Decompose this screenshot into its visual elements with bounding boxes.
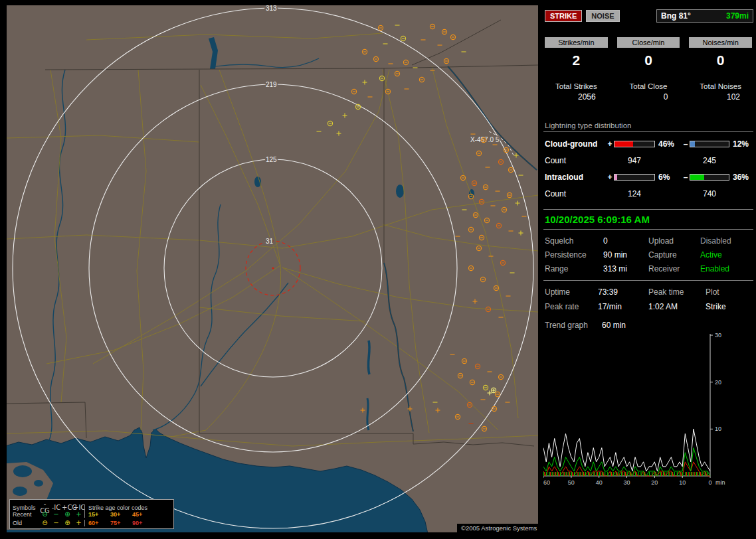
perf-row: Uptime 73:39 Peak time Plot xyxy=(543,287,753,297)
ic-negative-count: 740 xyxy=(690,189,729,198)
legend-recent-label: Recent xyxy=(13,511,39,518)
total-strikes-value: 2056 xyxy=(545,92,608,102)
legend-header-row: Symbols -CG -IC +CG +IC Strike age color… xyxy=(13,501,171,510)
water-layer xyxy=(7,37,474,532)
total-noises-value: 102 xyxy=(689,92,752,102)
trend-graph: 1020306050403020100min xyxy=(543,333,743,491)
svg-text:60: 60 xyxy=(543,479,550,486)
neg-ic-old-icon: − xyxy=(50,520,62,526)
total-close-value: 0 xyxy=(617,92,680,102)
bearing-value: Bng 81° xyxy=(661,11,691,21)
map-svg[interactable]: 31321912531X-457.0 5 xyxy=(7,5,538,532)
cg-positive-bar xyxy=(614,141,655,147)
map-display[interactable]: 31321912531X-457.0 5 Symbols -CG -IC +CG… xyxy=(7,5,538,532)
divider xyxy=(543,280,753,281)
svg-text:313: 313 xyxy=(266,5,277,12)
cg-negative-pct: 12% xyxy=(729,139,752,149)
age-75-label: 75+ xyxy=(110,520,126,526)
status-row: Persistence 90 min Capture Active xyxy=(545,250,752,260)
peak-rate-label: Peak rate xyxy=(545,302,598,311)
cloud-ground-label: Cloud-ground xyxy=(545,139,606,149)
bearing-display: Bng 81° 379mi xyxy=(656,9,753,23)
ic-negative-bar xyxy=(690,174,729,181)
svg-text:31: 31 xyxy=(266,238,274,245)
range-label: Range xyxy=(545,264,603,273)
persistence-label: Persistence xyxy=(545,250,603,260)
legend-old-row: Old ⊖ − ⊕ + 60+ 75+ 90+ xyxy=(13,518,171,527)
svg-text:40: 40 xyxy=(596,479,603,486)
cg-positive-pct: 46% xyxy=(655,139,682,149)
svg-text:10: 10 xyxy=(715,425,721,432)
rate-values-row: 2 0 0 xyxy=(543,48,753,68)
ic-negative-pct: 36% xyxy=(729,173,752,182)
age-15-label: 15+ xyxy=(88,511,104,518)
noises-per-min-chip[interactable]: Noises/min xyxy=(689,37,752,48)
count-label: Count xyxy=(545,189,606,198)
total-strikes-label: Total Strikes xyxy=(545,82,608,90)
age-30-label: 30+ xyxy=(110,511,126,518)
perf-row: Peak rate 17/min 1:02 AM Strike xyxy=(543,302,753,311)
totals-labels-row: Total Strikes Total Close Total Noises xyxy=(543,68,753,90)
svg-text:30: 30 xyxy=(715,333,721,339)
status-row: Range 313 mi Receiver Enabled xyxy=(545,264,752,273)
legend-old-label: Old xyxy=(13,520,39,526)
pos-cg-old-icon: ⊕ xyxy=(62,520,73,526)
squelch-label: Squelch xyxy=(545,236,603,246)
uptime-label: Uptime xyxy=(545,287,598,297)
cg-negative-count: 245 xyxy=(690,156,729,165)
plus-sign: + xyxy=(606,173,614,182)
datetime-display: 10/20/2025 6:09:16 AM xyxy=(543,209,753,230)
capture-label: Capture xyxy=(648,250,700,260)
strikes-layer xyxy=(317,24,527,431)
ic-positive-bar xyxy=(614,174,655,181)
svg-text:50: 50 xyxy=(568,479,575,486)
strike-button[interactable]: STRIKE xyxy=(545,10,582,22)
plus-sign: + xyxy=(606,139,614,149)
status-row: Squelch 0 Upload Disabled xyxy=(545,236,752,246)
rate-chips-row: Strikes/min Close/min Noises/min xyxy=(543,37,753,48)
svg-text:20: 20 xyxy=(651,479,658,486)
upload-label: Upload xyxy=(648,236,700,246)
neg-ic-recent-icon: − xyxy=(50,511,62,518)
plot-label: Plot xyxy=(706,287,752,297)
cloud-ground-row: Cloud-ground + 46% – 12% xyxy=(543,139,753,149)
neg-cg-recent-icon: ⊖ xyxy=(39,511,50,518)
app-window: 31321912531X-457.0 5 Symbols -CG -IC +CG… xyxy=(0,0,756,539)
totals-values-row: 2056 0 102 xyxy=(543,90,753,102)
noises-per-min-value: 0 xyxy=(689,52,752,68)
noise-button[interactable]: NOISE xyxy=(586,10,619,22)
status-section: Squelch 0 Upload Disabled Persistence 90… xyxy=(543,236,753,273)
receiver-label: Receiver xyxy=(648,264,700,273)
cg-negative-bar xyxy=(690,141,729,147)
trend-graph-window: 60 min xyxy=(602,321,752,330)
pos-cg-recent-icon: ⊕ xyxy=(62,511,73,518)
trend-graph-label: Trend graph xyxy=(545,321,602,330)
legend-recent-row: Recent ⊖ − ⊕ + 15+ 30+ 45+ xyxy=(13,510,171,518)
age-60-label: 60+ xyxy=(88,520,104,526)
svg-text:125: 125 xyxy=(266,156,277,163)
peak-time-value: 1:02 AM xyxy=(648,302,706,311)
intracloud-count-row: Count 124 740 xyxy=(543,189,753,198)
strikes-per-min-chip[interactable]: Strikes/min xyxy=(545,37,608,48)
cloud-ground-count-row: Count 947 245 xyxy=(543,156,753,165)
close-per-min-value: 0 xyxy=(617,52,680,68)
minus-sign: – xyxy=(682,173,690,182)
uptime-value: 73:39 xyxy=(598,287,648,297)
count-label: Count xyxy=(545,156,606,165)
range-value: 313 mi xyxy=(603,264,648,273)
capture-value: Active xyxy=(700,250,752,260)
cg-positive-count: 947 xyxy=(614,156,655,165)
savannah-river xyxy=(448,66,537,170)
map-legend: Symbols -CG -IC +CG +IC Strike age color… xyxy=(9,499,174,529)
ic-positive-count: 124 xyxy=(614,189,655,198)
age-90-label: 90+ xyxy=(132,520,148,526)
svg-text:min: min xyxy=(715,479,725,486)
close-per-min-chip[interactable]: Close/min xyxy=(617,37,680,48)
age-45-label: 45+ xyxy=(132,511,148,518)
copyright-text: ©2005 Astrogenic Systems xyxy=(457,524,541,532)
svg-text:219: 219 xyxy=(266,81,277,88)
pos-ic-recent-icon: + xyxy=(73,511,84,518)
control-panel: STRIKE NOISE Bng 81° 379mi Strikes/min C… xyxy=(543,5,753,534)
neg-cg-old-icon: ⊖ xyxy=(39,520,50,526)
ic-positive-pct: 6% xyxy=(655,173,682,182)
